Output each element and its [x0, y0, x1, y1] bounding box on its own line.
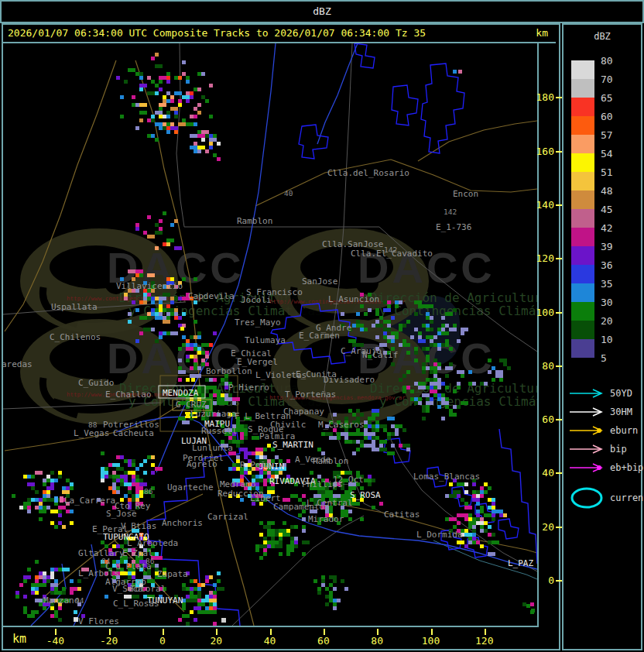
echo-cell [391, 417, 395, 420]
right-axis-tick-label: 0 [534, 575, 554, 586]
echo-cell [139, 490, 143, 494]
echo-cell [180, 327, 184, 331]
echo-cell [132, 459, 135, 463]
echo-cell [62, 486, 66, 490]
echo-cell [418, 300, 422, 304]
echo-cell [209, 378, 213, 382]
echo-cell [135, 223, 139, 227]
bottom-axis-tick-label: 80 [361, 635, 392, 647]
echo-cell [43, 490, 46, 494]
echo-cell [286, 533, 290, 537]
dbz-swatch [571, 339, 594, 358]
echo-cell [441, 316, 445, 320]
legend-label: 50YD [610, 388, 632, 399]
echo-cell [50, 587, 54, 591]
echo-cell [151, 455, 155, 459]
echo-cell [414, 328, 418, 331]
echo-cell [201, 72, 205, 76]
echo-cell [221, 378, 224, 382]
echo-cell [62, 525, 66, 529]
echo-cell [163, 293, 166, 297]
place-label: Capdevila [188, 291, 235, 301]
echo-cell [375, 308, 379, 312]
echo-cell [174, 126, 178, 130]
echo-cell [321, 575, 325, 579]
echo-cell [35, 506, 39, 510]
bottom-axis-tick [431, 629, 433, 635]
echo-cell [495, 510, 499, 513]
echo-cell [406, 351, 410, 355]
echo-cell [139, 463, 143, 467]
echo-cell [151, 235, 155, 238]
echo-cell [194, 320, 197, 324]
echo-cell [399, 324, 402, 328]
echo-cell [402, 389, 406, 393]
place-label: Catitas [384, 510, 420, 520]
echo-cell [197, 146, 201, 149]
echo-cell [259, 475, 263, 479]
echo-cell [128, 482, 132, 486]
echo-cell [35, 587, 39, 591]
echo-cell [213, 134, 217, 138]
echo-cell [228, 393, 232, 397]
echo-cell [31, 614, 35, 618]
echo-cell [480, 382, 484, 386]
echo-cell [155, 312, 159, 316]
echo-cell [406, 444, 410, 448]
echo-cell [190, 91, 194, 95]
echo-cell [151, 463, 155, 467]
echo-cell [329, 591, 333, 595]
echo-cell [104, 595, 108, 599]
echo-cell [151, 273, 155, 277]
echo-cell [352, 451, 356, 455]
bottom-axis-tick [485, 629, 486, 635]
echo-cell [337, 432, 341, 436]
echo-cell [433, 378, 437, 382]
echo-cell [201, 599, 205, 602]
echo-cell [402, 386, 406, 389]
echo-cell [364, 444, 368, 448]
echo-cell [54, 479, 58, 482]
echo-cell [166, 122, 170, 126]
echo-cell [159, 335, 163, 339]
echo-cell [352, 440, 356, 444]
dbz-swatch [571, 283, 594, 302]
echo-cell [383, 331, 387, 335]
echo-cell [437, 343, 441, 347]
dbz-swatch [571, 228, 594, 246]
district-boundary-line [499, 429, 537, 564]
echo-cell [194, 374, 197, 378]
echo-cell [360, 328, 364, 331]
echo-cell [221, 382, 224, 386]
echo-cell [372, 424, 375, 428]
echo-cell [426, 359, 430, 362]
place-label: L_Vegas [74, 428, 109, 438]
echo-cell [484, 482, 488, 486]
current-ellipse [572, 489, 601, 507]
echo-cell [170, 95, 174, 99]
echo-cell [190, 146, 194, 149]
place-label: SanJose [302, 276, 337, 287]
echo-cell [217, 579, 221, 583]
echo-cell [197, 610, 201, 614]
echo-cell [286, 548, 290, 552]
echo-cell [194, 587, 197, 591]
echo-cell [441, 393, 445, 397]
echo-cell [139, 273, 143, 277]
echo-cell [132, 475, 135, 479]
echo-cell [124, 475, 128, 479]
echo-cell [453, 517, 457, 521]
echo-cell [178, 103, 182, 107]
echo-cell [492, 498, 495, 502]
echo-cell [426, 355, 430, 359]
place-label: Lomas_Blancas [413, 472, 480, 482]
echo-cell [372, 428, 375, 432]
echo-cell [399, 444, 402, 448]
echo-cell [383, 320, 387, 324]
echo-cell [143, 471, 147, 475]
echo-cell [166, 308, 170, 312]
echo-cell [213, 138, 217, 142]
echo-cell [178, 366, 182, 370]
echo-cell [39, 510, 43, 513]
echo-cell [151, 115, 155, 118]
